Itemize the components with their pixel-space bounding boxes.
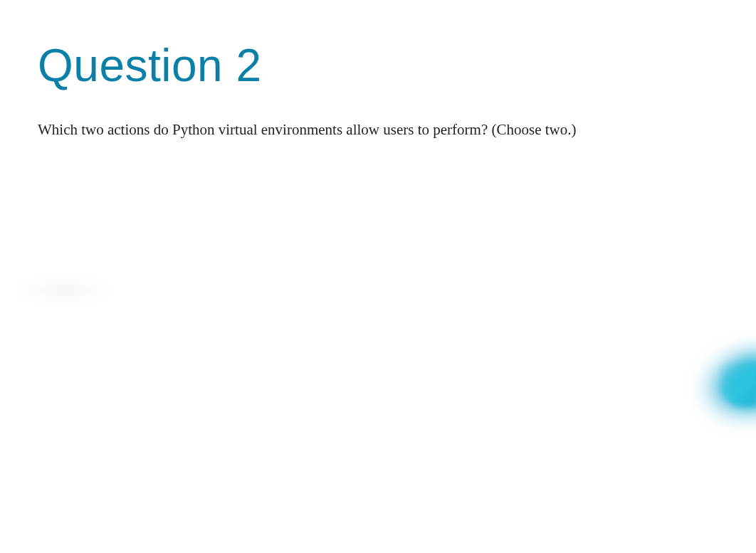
question-container: Question 2 Which two actions do Python v… — [0, 0, 756, 142]
question-text: Which two actions do Python virtual envi… — [38, 119, 720, 142]
decorative-shadow — [11, 281, 117, 300]
question-title: Question 2 — [38, 39, 720, 92]
